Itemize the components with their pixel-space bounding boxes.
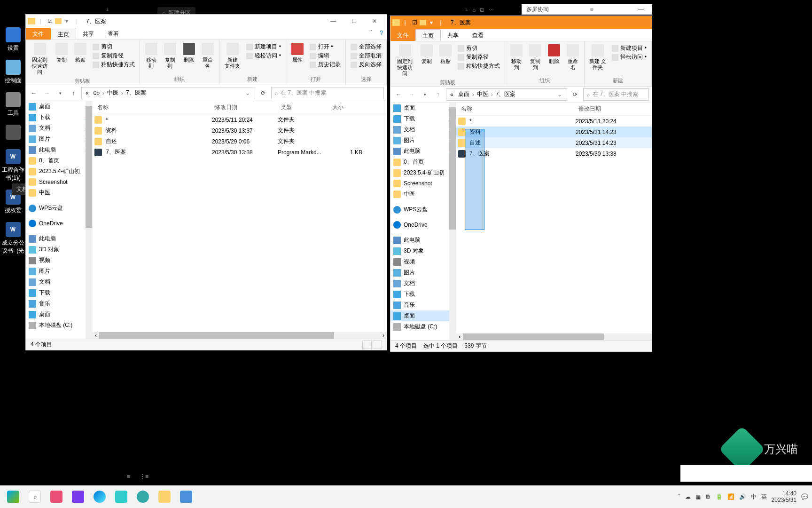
snipaste-button[interactable] bbox=[47, 487, 66, 506]
qat-newfolder-icon[interactable] bbox=[420, 20, 426, 25]
breadcrumb-item[interactable]: 0b bbox=[92, 90, 102, 96]
up-button[interactable]: ↑ bbox=[433, 89, 443, 100]
tray-icon[interactable]: 🗎 bbox=[705, 493, 711, 500]
tray-icon[interactable]: 🔋 bbox=[716, 493, 723, 500]
selectall-button[interactable]: 全部选择 bbox=[351, 43, 382, 51]
breadcrumb-item[interactable]: 中医 bbox=[105, 89, 120, 97]
outline-icon[interactable]: ⋮≡ bbox=[140, 473, 148, 480]
invertselect-button[interactable]: 反向选择 bbox=[351, 61, 382, 69]
moveto-button[interactable]: 移动到 bbox=[143, 42, 160, 70]
history-button[interactable]: 历史记录 bbox=[310, 61, 341, 69]
qat-properties-icon[interactable]: ☑ bbox=[410, 18, 419, 27]
file-list[interactable]: 名称 修改日期 *2023/5/11 20:24资料2023/5/31 14:2… bbox=[456, 103, 652, 340]
collapse-ribbon-icon[interactable]: ˆ bbox=[367, 28, 376, 40]
file-list[interactable]: 名称 修改日期 类型 大小 *2023/5/11 20:24文件夹资料2023/… bbox=[93, 101, 387, 339]
edge-button[interactable] bbox=[90, 487, 109, 506]
help-icon[interactable]: ? bbox=[376, 28, 387, 40]
recent-dropdown[interactable]: ▾ bbox=[55, 88, 65, 98]
col-date[interactable]: 修改日期 bbox=[574, 105, 640, 113]
newitem-button[interactable]: 新建项目 • bbox=[612, 44, 647, 52]
nav-item[interactable]: OneDrive bbox=[390, 220, 456, 230]
pin-button[interactable]: 固定到 快速访问 bbox=[29, 42, 51, 77]
taskview-button[interactable] bbox=[177, 487, 195, 506]
desktop-icon[interactable]: W成立分公议书- (光 bbox=[0, 218, 26, 259]
ime-lang[interactable]: 中 bbox=[751, 493, 757, 501]
up-button[interactable]: ↑ bbox=[68, 88, 78, 98]
newfolder-button[interactable]: 新建 文件夹 bbox=[587, 43, 608, 71]
breadcrumb-item[interactable]: 桌面 bbox=[456, 90, 471, 98]
easyaccess-button[interactable]: 轻松访问 • bbox=[246, 52, 281, 60]
nav-item[interactable]: 下载 bbox=[390, 289, 456, 300]
nav-item[interactable]: 桌面 bbox=[26, 101, 92, 112]
tab-share[interactable]: 共享 bbox=[76, 28, 101, 40]
background-tab-add[interactable]: + bbox=[106, 7, 109, 13]
rename-button[interactable]: 重命名 bbox=[564, 43, 581, 71]
nav-item[interactable]: 音乐 bbox=[26, 298, 92, 309]
taskbar[interactable]: ⌕ ˆ ☁ ▦ 🗎 🔋 📶 🔊 中 英 14:40 2023/5/31 💬 bbox=[0, 485, 812, 508]
pin-button[interactable]: 固定到 快速访问 bbox=[393, 43, 416, 78]
nav-item[interactable]: 文档 bbox=[26, 277, 92, 287]
moveto-button[interactable]: 移动到 bbox=[508, 43, 525, 71]
nav-item[interactable]: 音乐 bbox=[390, 300, 456, 310]
minimize-icon[interactable]: — bbox=[634, 6, 648, 13]
cut-button[interactable]: 剪切 bbox=[458, 44, 500, 52]
recent-dropdown[interactable]: ▾ bbox=[420, 89, 430, 100]
tray-icon[interactable]: ▦ bbox=[695, 493, 701, 500]
app-button[interactable] bbox=[133, 487, 152, 506]
nav-item[interactable]: 中医 bbox=[390, 189, 456, 199]
copypath-button[interactable]: 复制路径 bbox=[458, 53, 500, 61]
col-date[interactable]: 修改日期 bbox=[210, 103, 276, 111]
nav-item[interactable]: Screenshot bbox=[390, 178, 456, 189]
nav-item[interactable]: 图片 bbox=[390, 267, 456, 278]
minimize-button[interactable]: — bbox=[323, 15, 344, 27]
back-button[interactable]: ← bbox=[393, 89, 404, 100]
nav-item[interactable]: 0、首页 bbox=[390, 157, 456, 167]
qat-newfolder-icon[interactable] bbox=[55, 18, 62, 24]
nav-item[interactable]: 桌面 bbox=[390, 310, 456, 321]
copyto-button[interactable]: 复制到 bbox=[162, 42, 179, 70]
refresh-button[interactable]: ⟳ bbox=[258, 88, 268, 98]
nav-item[interactable]: 文档 bbox=[390, 278, 456, 289]
forward-button[interactable]: → bbox=[406, 89, 417, 100]
titlebar[interactable]: | ☑ ▾ | 7、医案 bbox=[390, 16, 652, 29]
nav-item[interactable]: 图片 bbox=[26, 266, 92, 277]
system-tray[interactable]: ˆ ☁ ▦ 🗎 🔋 📶 🔊 中 英 14:40 2023/5/31 💬 bbox=[679, 490, 808, 504]
vertical-scrollbar[interactable] bbox=[86, 101, 92, 339]
titlebar[interactable]: | ☑ ▾ | 7、医案 — ☐ ✕ bbox=[26, 15, 387, 28]
maximize-button[interactable]: ☐ bbox=[344, 15, 364, 27]
properties-button[interactable]: 属性 bbox=[289, 42, 306, 64]
tab-view[interactable]: 查看 bbox=[466, 29, 491, 41]
nav-item[interactable]: 本地磁盘 (C:) bbox=[26, 320, 92, 331]
nav-item[interactable]: 图片 bbox=[390, 135, 456, 146]
nav-item[interactable]: 0、首页 bbox=[26, 155, 92, 166]
background-tab-controls[interactable]: + ⌂ ⊞ ⋯ bbox=[465, 7, 494, 13]
refresh-button[interactable]: ⟳ bbox=[570, 89, 580, 100]
list-icon[interactable]: ≡ bbox=[127, 473, 130, 480]
file-row[interactable]: 自述2023/5/31 14:23 bbox=[456, 137, 652, 148]
breadcrumb[interactable]: « 桌面› 中医› 7、医案 ⌄ bbox=[446, 88, 567, 101]
qat-dropdown-icon[interactable]: ▾ bbox=[62, 17, 71, 25]
nav-item[interactable]: WPS云盘 bbox=[390, 204, 456, 215]
tab-view[interactable]: 查看 bbox=[101, 28, 126, 40]
breadcrumb-item[interactable]: 7、医案 bbox=[494, 90, 518, 98]
search-input[interactable]: ⌕ 在 7、医案 中搜索 bbox=[583, 88, 649, 101]
navigation-pane[interactable]: 桌面下载文档图片此电脑0、首页2023.5.4-矿山初Screenshot中医W… bbox=[26, 101, 93, 339]
selectnone-button[interactable]: 全部取消 bbox=[351, 52, 382, 60]
rename-button[interactable]: 重命名 bbox=[199, 42, 216, 70]
desktop-icon[interactable] bbox=[0, 121, 26, 145]
close-button[interactable]: ✕ bbox=[364, 15, 385, 27]
tab-file[interactable]: 文件 bbox=[390, 29, 415, 41]
delete-button[interactable]: 删除 bbox=[180, 42, 197, 64]
tray-icon[interactable]: ☁ bbox=[685, 493, 691, 500]
nav-item[interactable]: 下载 bbox=[26, 112, 92, 123]
view-large-icon[interactable] bbox=[373, 341, 382, 349]
col-name[interactable]: 名称 bbox=[456, 105, 574, 113]
nav-item[interactable]: 此电脑 bbox=[26, 233, 92, 244]
breadcrumb-dropdown-icon[interactable]: ⌄ bbox=[554, 91, 565, 98]
vertical-scrollbar[interactable] bbox=[449, 103, 456, 340]
nav-item[interactable]: 中医 bbox=[26, 187, 92, 198]
navigation-pane[interactable]: 桌面下载文档图片此电脑0、首页2023.5.4-矿山初Screenshot中医W… bbox=[390, 103, 456, 340]
list-header[interactable]: 名称 修改日期 bbox=[456, 103, 652, 116]
paste-button[interactable]: 粘贴 bbox=[72, 42, 89, 64]
nav-item[interactable]: 此电脑 bbox=[26, 144, 92, 155]
